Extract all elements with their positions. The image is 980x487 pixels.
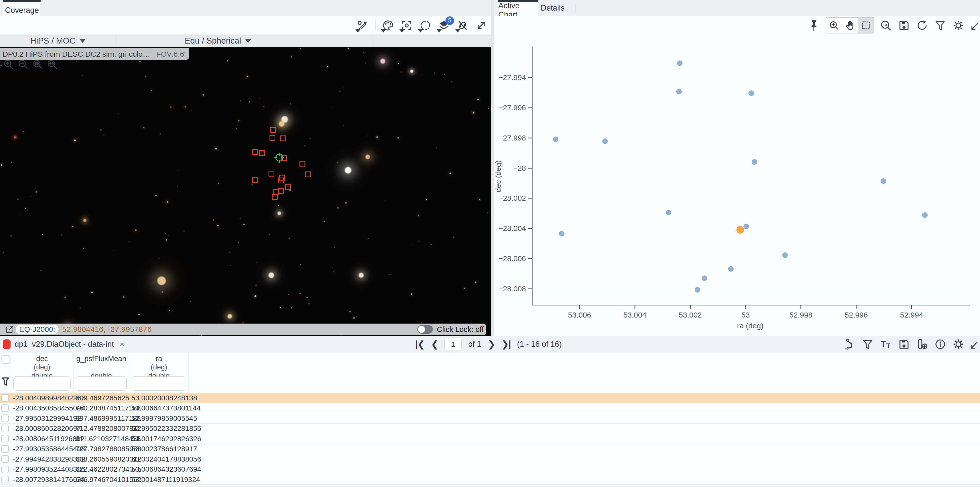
- table-row[interactable]: -27.993053586445498727.798278808593853.0…: [0, 444, 980, 454]
- color-palette-icon[interactable]: [382, 19, 394, 32]
- catalog-marker-square[interactable]: [259, 150, 265, 156]
- save-icon[interactable]: [898, 19, 910, 32]
- catalog-marker-square[interactable]: [278, 177, 284, 183]
- table-tab[interactable]: dp1_v29.DiaObject - data-int ×: [0, 337, 129, 352]
- settings-icon[interactable]: [952, 19, 964, 32]
- catalog-marker-square[interactable]: [252, 177, 258, 183]
- table-row[interactable]: -28.00086052820697712.478820800781252.99…: [0, 423, 980, 434]
- data-point[interactable]: [922, 212, 928, 218]
- column-filter-input[interactable]: [76, 377, 127, 391]
- catalog-marker-square[interactable]: [299, 161, 305, 167]
- table-row[interactable]: -28.007293814176624646.974670410156253.0…: [0, 474, 980, 485]
- click-lock-toggle[interactable]: [417, 325, 433, 334]
- chart-select-icon[interactable]: [858, 18, 873, 33]
- row-checkbox[interactable]: [1, 476, 9, 483]
- panel-divider[interactable]: [491, 0, 494, 336]
- row-checkbox[interactable]: [1, 435, 9, 442]
- data-point[interactable]: [677, 61, 682, 66]
- select-region-icon[interactable]: [419, 19, 431, 32]
- expand-icon[interactable]: [475, 19, 487, 32]
- unlink-icon[interactable]: [457, 19, 469, 32]
- highlighted-data-point[interactable]: [737, 226, 744, 234]
- close-icon[interactable]: ×: [119, 339, 124, 349]
- select-all-checkbox[interactable]: [2, 355, 10, 364]
- text-view-icon[interactable]: T T: [880, 338, 892, 350]
- refresh-icon[interactable]: [916, 19, 928, 32]
- zoom-fit-icon[interactable]: [32, 58, 43, 70]
- info-icon[interactable]: [934, 338, 946, 350]
- save-icon[interactable]: [898, 338, 910, 350]
- column-header-g_psfFluxMean[interactable]: g_psfFluxMean double: [73, 353, 129, 393]
- add-column-icon[interactable]: [916, 338, 928, 350]
- catalog-marker-square[interactable]: [280, 136, 286, 141]
- expand-icon[interactable]: [970, 19, 978, 32]
- data-point[interactable]: [782, 252, 788, 258]
- table-row[interactable]: -28.004350858455094750.283874511718853.0…: [0, 403, 980, 414]
- data-point[interactable]: [743, 224, 749, 229]
- chart-area[interactable]: 53.00653.00453.0025352.99852.99652.994−2…: [494, 35, 980, 336]
- catalog-marker-square[interactable]: [269, 135, 275, 141]
- table-row[interactable]: -27.998093524408386622.462280273437553.0…: [0, 464, 980, 475]
- coord-system-dropdown[interactable]: Equ / Spherical: [116, 36, 320, 46]
- data-point[interactable]: [695, 287, 700, 292]
- column-header-dec[interactable]: dec(deg)double: [11, 353, 73, 393]
- data-point[interactable]: [559, 231, 565, 236]
- last-page-icon[interactable]: ❯|: [501, 339, 511, 350]
- open-external-icon[interactable]: [5, 324, 14, 334]
- table-row-partial[interactable]: [0, 485, 980, 487]
- settings-icon[interactable]: [952, 338, 964, 350]
- filter-icon[interactable]: [862, 338, 874, 350]
- sky-image[interactable]: DP0.2 HiPS from DESC DC2 sim: gri colo… …: [0, 47, 491, 336]
- data-point[interactable]: [752, 159, 757, 165]
- zoom-original-icon[interactable]: 1X: [880, 19, 892, 32]
- scatter-plot[interactable]: 53.00653.00453.0025352.99852.99652.994−2…: [532, 46, 970, 305]
- catalog-marker-square[interactable]: [272, 194, 278, 200]
- zoom-out-icon[interactable]: [17, 58, 29, 70]
- table-row[interactable]: -28.004098998402267609.469726562553.0002…: [0, 393, 980, 403]
- table-row[interactable]: -27.994942838298332638.260559082031253.0…: [0, 454, 980, 464]
- data-point[interactable]: [728, 266, 733, 272]
- first-page-icon[interactable]: |❮: [415, 339, 424, 350]
- next-page-icon[interactable]: ❯: [488, 339, 495, 350]
- row-checkbox[interactable]: [1, 394, 9, 402]
- data-point[interactable]: [602, 139, 608, 144]
- table-row[interactable]: -28.008064511926882811.621032714843853.0…: [0, 434, 980, 444]
- column-filter-input[interactable]: [132, 377, 186, 391]
- tools-icon[interactable]: [356, 19, 369, 32]
- row-checkbox[interactable]: [1, 455, 9, 463]
- recenter-icon[interactable]: [401, 19, 413, 32]
- filter-icon[interactable]: [934, 19, 946, 32]
- data-point[interactable]: [676, 89, 682, 94]
- tab-coverage[interactable]: Coverage: [3, 0, 41, 18]
- inspect-icon[interactable]: [843, 338, 856, 350]
- data-point[interactable]: [666, 210, 671, 215]
- row-checkbox[interactable]: [1, 415, 9, 422]
- filter-row-icon[interactable]: [0, 374, 11, 389]
- data-point[interactable]: [702, 275, 707, 281]
- tab-details[interactable]: Details: [538, 0, 568, 16]
- catalog-marker-square[interactable]: [305, 171, 311, 177]
- tab-active-chart[interactable]: Active Chart: [498, 0, 538, 18]
- zoom-in-icon[interactable]: [3, 58, 14, 70]
- page-number-input[interactable]: [444, 338, 461, 351]
- column-header-ra[interactable]: ra(deg)double: [129, 353, 189, 393]
- chart-zoom-icon[interactable]: [826, 18, 842, 33]
- data-point[interactable]: [881, 178, 886, 184]
- catalog-marker-square[interactable]: [270, 127, 276, 133]
- row-checkbox[interactable]: [1, 445, 9, 453]
- layers-icon[interactable]: 5: [438, 19, 450, 32]
- catalog-marker-square[interactable]: [285, 184, 291, 190]
- expand-icon[interactable]: [970, 338, 977, 350]
- data-point[interactable]: [553, 136, 558, 142]
- chart-pan-icon[interactable]: [842, 18, 858, 33]
- catalog-marker-square[interactable]: [269, 171, 274, 177]
- coord-system-chip[interactable]: EQ-J2000:: [16, 325, 59, 334]
- table-row[interactable]: -27.99503129994192897.486999511718852.99…: [0, 413, 980, 423]
- pin-icon[interactable]: [808, 19, 820, 32]
- row-checkbox[interactable]: [1, 425, 9, 432]
- row-checkbox[interactable]: [1, 466, 9, 473]
- prev-page-icon[interactable]: ❮: [431, 339, 438, 350]
- hips-moc-dropdown[interactable]: HiPS / MOC: [0, 36, 116, 46]
- catalog-marker-square[interactable]: [252, 149, 258, 155]
- column-filter-input[interactable]: [13, 377, 71, 391]
